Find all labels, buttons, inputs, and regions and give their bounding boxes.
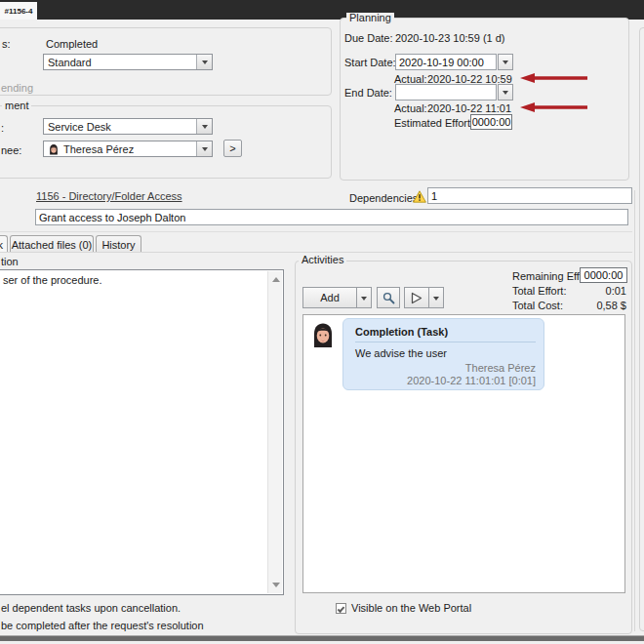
end-date-field[interactable] (395, 84, 497, 101)
description-textarea[interactable]: ser of the procedure. (0, 269, 284, 595)
total-effort-value: 0:01 (546, 285, 626, 297)
section-separator (0, 231, 632, 232)
activity-card[interactable]: Completion (Task) We advise the user The… (342, 318, 544, 390)
status-label: s: (2, 38, 11, 50)
group-dropdown-value: Service Desk (44, 119, 196, 134)
panel-divider (634, 190, 635, 631)
chevron-down-icon (503, 60, 508, 67)
titlebar (0, 0, 644, 20)
task-window: #1156-4 s: Completed Standard ending men… (0, 0, 644, 644)
pending-text: ending (1, 82, 33, 94)
end-actual-value: 2020-10-22 11:01 (427, 102, 511, 114)
bottom-strip (0, 636, 644, 641)
description-text: ser of the procedure. (3, 274, 102, 286)
chevron-down-icon[interactable] (196, 55, 212, 69)
document-tab-label: #1156-4 (5, 7, 33, 16)
estimated-effort-value: 0000:00 (472, 116, 511, 128)
group-dropdown[interactable]: Service Desk (43, 118, 213, 135)
remaining-effort-value: 0000:00 (584, 269, 624, 281)
assignee-label: nee: (1, 144, 21, 156)
request-link[interactable]: 1156 - Directory/Folder Access (36, 190, 182, 202)
description-title: tion (1, 256, 19, 267)
activities-list[interactable]: Completion (Task) We advise the user The… (302, 314, 625, 593)
document-tab[interactable]: #1156-4 (0, 2, 37, 20)
activity-card-timestamp: 2020-10-22 11:01:01 [0:01] (355, 375, 536, 386)
play-icon (411, 292, 423, 304)
chevron-down-icon (433, 297, 439, 303)
remaining-effort-field[interactable]: 0000:00 (580, 267, 627, 283)
warning-icon (413, 190, 426, 203)
activity-author-avatar (309, 321, 337, 348)
tab-task-label: k (0, 239, 3, 251)
cancel-dependent-checkbox-label: el dependent tasks upon cancellation. (1, 602, 181, 614)
search-activity-button[interactable] (377, 287, 400, 308)
annotation-arrow-icon (519, 101, 587, 113)
assignment-groupbox-title: ment (2, 101, 31, 111)
add-button[interactable]: Add (302, 287, 356, 308)
total-cost-value: 0,58 $ (546, 300, 626, 311)
completed-after-resolution-label: be completed after the request's resolut… (1, 620, 204, 631)
assignee-dropdown-value: Theresa Pérez (63, 143, 134, 155)
chevron-down-icon (503, 91, 508, 98)
subject-field[interactable]: Grant access to Joseph Dalton (35, 209, 628, 225)
subject-value: Grant access to Joseph Dalton (39, 212, 185, 223)
right-panel-sliver (639, 27, 644, 631)
start-date-value: 2020-10-19 00:00 (399, 57, 484, 68)
assignee-open-button[interactable]: > (223, 140, 242, 157)
type-dropdown[interactable]: Standard (43, 54, 213, 70)
add-button-label: Add (320, 292, 340, 303)
activity-card-separator (355, 342, 536, 342)
activity-card-title: Completion (Task) (355, 326, 448, 338)
status-value: Completed (46, 38, 98, 50)
start-split-button (404, 287, 444, 308)
group-label: : (1, 122, 4, 134)
type-dropdown-value: Standard (44, 55, 196, 69)
start-timer-button[interactable] (404, 287, 428, 308)
tab-history[interactable]: History (96, 235, 141, 253)
assignee-dropdown[interactable]: Theresa Pérez (43, 141, 213, 157)
end-date-label: End Date: (344, 87, 392, 99)
start-date-field[interactable]: 2020-10-19 00:00 (395, 54, 497, 70)
dependencies-label: Dependencies: (349, 192, 421, 204)
add-split-button: Add (302, 287, 372, 308)
description-scrollbar[interactable] (267, 271, 282, 593)
tab-history-label: History (101, 239, 135, 251)
annotation-arrow-icon (519, 72, 587, 84)
add-dropdown-button[interactable] (356, 287, 372, 308)
scroll-up-icon[interactable] (268, 271, 283, 286)
estimated-effort-label: Estimated Effort: (394, 117, 473, 129)
chevron-down-icon[interactable] (196, 119, 212, 134)
planning-groupbox-title: Planning (346, 13, 394, 23)
due-date-label: Due Date: (344, 32, 393, 44)
activity-card-author: Theresa Pérez (355, 362, 536, 374)
start-date-label: Start Date: (344, 57, 396, 68)
dependencies-field[interactable]: 1 (427, 187, 632, 204)
end-date-dropdown-button[interactable] (498, 84, 513, 101)
tabstrip-baseline (0, 252, 632, 253)
chevron-down-icon (361, 297, 367, 303)
scroll-down-icon[interactable] (268, 579, 283, 593)
chevron-down-icon[interactable] (196, 141, 212, 156)
activities-groupbox-title: Activities (299, 255, 346, 265)
assignee-avatar (48, 143, 60, 155)
start-date-dropdown-button[interactable] (498, 54, 513, 70)
dependencies-value: 1 (431, 190, 437, 202)
estimated-effort-field[interactable]: 0000:00 (470, 114, 512, 130)
tab-attached-files-label: Attached files (0) (12, 239, 93, 251)
start-timer-dropdown-button[interactable] (428, 287, 444, 308)
tab-task[interactable]: k (0, 235, 8, 253)
checkmark-icon (338, 605, 345, 613)
visible-web-portal-label: Visible on the Web Portal (351, 602, 471, 614)
end-actual-label: Actual: (394, 102, 427, 114)
search-icon (382, 292, 395, 304)
activity-card-body: We advise the user (355, 347, 447, 359)
tab-attached-files[interactable]: Attached files (0) (10, 235, 94, 253)
visible-web-portal-checkbox[interactable] (336, 603, 346, 614)
right-arrow-icon: > (229, 142, 235, 154)
due-date-value: 2020-10-23 10:59 (1 d) (395, 32, 505, 44)
